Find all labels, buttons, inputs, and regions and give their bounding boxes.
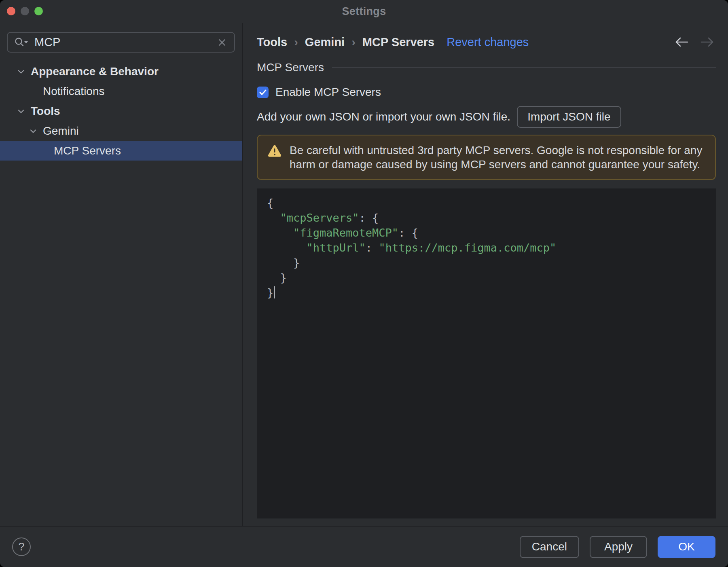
zoom-button[interactable]	[34, 7, 43, 15]
section-divider	[332, 67, 716, 68]
breadcrumb-items: Tools›Gemini›MCP Servers	[257, 36, 434, 49]
bottom-bar: ? Cancel Apply OK	[0, 526, 728, 567]
window-title: Settings	[342, 5, 386, 18]
checkmark-icon	[259, 89, 267, 96]
warning-banner: Be careful with untrusted 3rd party MCP …	[257, 135, 716, 180]
back-arrow-icon[interactable]	[673, 36, 689, 48]
code-line: "httpUrl": "https://mcp.figma.com/mcp"	[267, 240, 708, 255]
sidebar-item-label: MCP Servers	[54, 144, 121, 157]
sidebar-item-notifications[interactable]: Notifications	[0, 81, 242, 101]
breadcrumb: Tools›Gemini›MCP Servers Revert changes	[257, 35, 716, 49]
chevron-down-icon[interactable]	[28, 126, 38, 136]
forward-arrow-icon[interactable]	[700, 36, 716, 48]
search-icon[interactable]	[14, 37, 28, 48]
enable-mcp-row: Enable MCP Servers	[257, 85, 716, 99]
sidebar-item-label: Appearance & Behavior	[31, 65, 159, 78]
clear-search-icon[interactable]	[217, 38, 227, 47]
traffic-lights	[7, 7, 43, 15]
import-json-button[interactable]: Import JSON file	[517, 106, 621, 128]
enable-mcp-checkbox[interactable]	[257, 87, 269, 98]
import-hint: Add your own JSON or import your own JSO…	[257, 110, 510, 123]
sidebar: Appearance & BehaviorNotificationsToolsG…	[0, 23, 243, 526]
warning-icon	[267, 144, 282, 158]
enable-mcp-label: Enable MCP Servers	[275, 86, 381, 99]
warning-text: Be careful with untrusted 3rd party MCP …	[290, 143, 705, 171]
cancel-button[interactable]: Cancel	[520, 536, 579, 558]
sidebar-item-tools[interactable]: Tools	[0, 101, 242, 121]
code-line: {	[267, 195, 708, 210]
settings-search-box[interactable]	[7, 32, 235, 53]
history-nav	[673, 36, 716, 48]
dialog-buttons: Cancel Apply OK	[520, 536, 715, 558]
title-bar: Settings	[0, 0, 728, 23]
settings-window: Settings Appearance & BehaviorNotifi	[0, 0, 728, 567]
sidebar-item-gemini[interactable]: Gemini	[0, 121, 242, 141]
breadcrumb-item-tools[interactable]: Tools	[257, 36, 287, 49]
code-line: "figmaRemoteMCP": {	[267, 225, 708, 240]
chevron-down-icon[interactable]	[16, 106, 26, 116]
import-row: Add your own JSON or import your own JSO…	[257, 106, 716, 128]
sidebar-item-label: Gemini	[43, 125, 79, 138]
ok-button[interactable]: OK	[658, 536, 715, 558]
sidebar-item-label: Notifications	[43, 85, 105, 98]
close-button[interactable]	[7, 7, 15, 15]
json-editor[interactable]: { "mcpServers": { "figmaRemoteMCP": { "h…	[257, 188, 716, 518]
code-line: }	[267, 255, 708, 270]
chevron-down-icon[interactable]	[16, 67, 26, 76]
breadcrumb-separator: ›	[351, 36, 356, 49]
sidebar-item-appearance-behavior[interactable]: Appearance & Behavior	[0, 61, 242, 81]
breadcrumb-item-mcp-servers[interactable]: MCP Servers	[362, 36, 434, 49]
section-header: MCP Servers	[257, 61, 716, 74]
sidebar-item-mcp-servers[interactable]: MCP Servers	[0, 141, 242, 161]
main-panel: Tools›Gemini›MCP Servers Revert changes …	[243, 23, 728, 526]
search-input[interactable]	[34, 35, 217, 49]
sidebar-item-label: Tools	[31, 105, 60, 118]
code-line: }	[267, 285, 708, 300]
code-line: }	[267, 270, 708, 285]
apply-button[interactable]: Apply	[590, 536, 647, 558]
code-line: "mcpServers": {	[267, 210, 708, 225]
minimize-button[interactable]	[21, 7, 29, 15]
text-caret	[274, 286, 275, 298]
revert-changes-link[interactable]: Revert changes	[447, 36, 529, 49]
breadcrumb-item-gemini[interactable]: Gemini	[305, 36, 345, 49]
content-area: Appearance & BehaviorNotificationsToolsG…	[0, 23, 728, 526]
help-icon[interactable]: ?	[12, 537, 31, 556]
settings-tree: Appearance & BehaviorNotificationsToolsG…	[0, 61, 242, 161]
breadcrumb-separator: ›	[294, 36, 298, 49]
section-title: MCP Servers	[257, 61, 324, 74]
